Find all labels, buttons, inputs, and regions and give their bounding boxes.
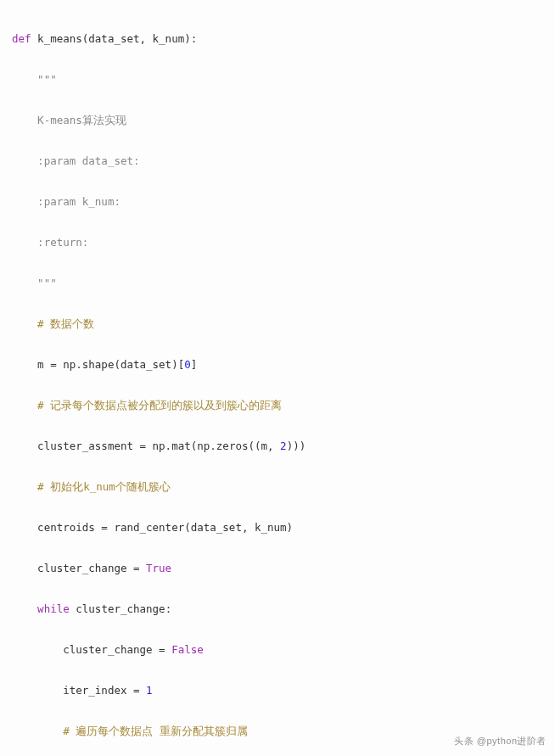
code-line: iter_index = 1 — [12, 680, 543, 701]
code-line: def k_means(data_set, k_num): — [12, 29, 543, 49]
docstring-open: """ — [12, 70, 543, 90]
keyword-while: while — [37, 602, 70, 615]
code-line: while cluster_change: — [12, 599, 543, 619]
code-line: cluster_assment = np.mat(np.zeros((m, 2)… — [12, 436, 543, 456]
code-line: centroids = rand_center(data_set, k_num) — [12, 518, 543, 538]
const-true: True — [146, 562, 171, 574]
code-line: # 初始化k_num个随机簇心 — [12, 477, 543, 497]
comment: # 数据个数 — [37, 317, 94, 330]
code-line: # 数据个数 — [12, 314, 543, 334]
function-signature: k_means(data_set, k_num): — [31, 32, 198, 45]
code-line: cluster_change = False — [12, 640, 543, 660]
docstring-line: :param data_set: — [12, 151, 543, 171]
const-false: False — [171, 643, 204, 656]
comment: # 记录每个数据点被分配到的簇以及到簇心的距离 — [37, 399, 282, 412]
code-line: # 记录每个数据点被分配到的簇以及到簇心的距离 — [12, 395, 543, 416]
comment: # 遍历每个数据点 重新分配其簇归属 — [63, 725, 248, 737]
number-literal: 1 — [146, 684, 153, 697]
watermark-text: 头条 @python进阶者 — [454, 731, 547, 751]
docstring-line: :return: — [12, 232, 543, 253]
code-line: m = np.shape(data_set)[0] — [12, 355, 543, 375]
code-block: def k_means(data_set, k_num): """ K-mean… — [12, 8, 543, 756]
number-literal: 2 — [280, 440, 287, 452]
docstring-line: :param k_num: — [12, 192, 543, 212]
docstring-close: """ — [12, 273, 543, 294]
number-literal: 0 — [184, 358, 191, 371]
docstring-line: K-means算法实现 — [12, 110, 543, 131]
comment: # 初始化k_num个随机簇心 — [37, 480, 171, 493]
code-line: cluster_change = True — [12, 558, 543, 579]
keyword-def: def — [12, 32, 31, 45]
